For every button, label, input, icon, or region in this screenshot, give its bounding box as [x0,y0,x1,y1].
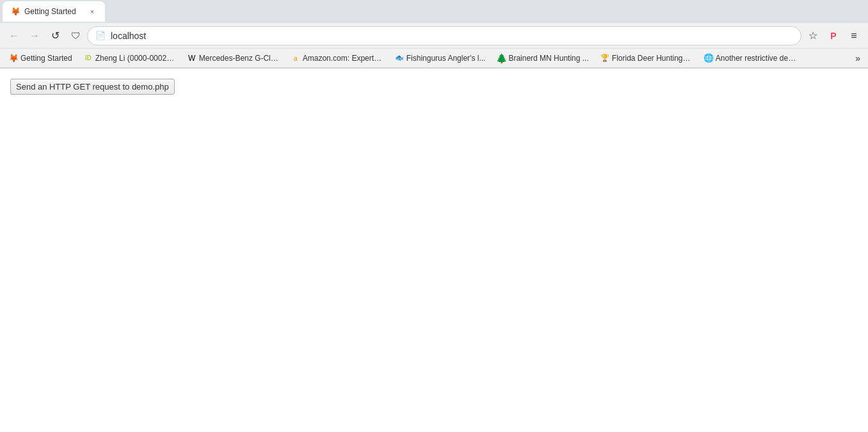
bookmark-favicon-florida-deer: 🏆 [600,54,609,63]
tab-label: Getting Started [24,7,83,16]
bookmark-item-zheng-li[interactable]: iD Zheng Li (0000-0002-3... [79,52,181,65]
bookmark-favicon-fishingurus: 🐟 [395,54,404,63]
bookmarks-bar: 🦊 Getting Started iD Zheng Li (0000-0002… [0,49,868,68]
bookmark-item-amazon[interactable]: a Amazon.com: ExpertP... [286,52,389,65]
bookmark-item-brainerd[interactable]: 🌲 Brainerd MN Hunting ... [492,52,593,65]
bookmark-favicon-zheng-li: iD [84,54,93,63]
tab-close-button[interactable]: × [87,6,97,17]
back-button[interactable]: ← [5,27,23,45]
bookmark-item-getting-started[interactable]: 🦊 Getting Started [4,52,77,65]
bookmark-item-another-restrictive[interactable]: 🌐 Another restrictive dee... [699,52,801,65]
tab-favicon: 🦊 [10,6,20,17]
bookmark-label-brainerd: Brainerd MN Hunting ... [508,54,588,63]
toolbar: ← → ↺ 🛡 📄 localhost ☆ P ≡ [0,23,868,49]
reload-button[interactable]: ↺ [46,27,64,45]
browser-chrome: 🦊 Getting Started × ← → ↺ 🛡 📄 localhost … [0,0,868,68]
pocket-button[interactable]: P [824,27,842,45]
menu-button[interactable]: ≡ [845,27,863,45]
address-text: localhost [111,31,793,41]
bookmark-label-zheng-li: Zheng Li (0000-0002-3... [95,54,176,63]
bookmark-item-mercedes[interactable]: W Mercedes-Benz G-Clas... [182,52,285,65]
page-content: Send an HTTP GET request to demo.php [0,68,868,432]
shield-icon: 🛡 [67,27,84,45]
bookmark-label-amazon: Amazon.com: ExpertP... [303,54,383,63]
bookmark-favicon-another-restrictive: 🌐 [704,54,713,63]
bookmark-favicon-mercedes: W [188,54,197,63]
bookmark-label-fishingurus: Fishingurus Angler's l... [406,54,486,63]
bookmark-label-another-restrictive: Another restrictive dee... [716,54,796,63]
bookmark-item-florida-deer[interactable]: 🏆 Florida Deer Hunting S... [595,52,698,65]
bookmark-favicon-brainerd: 🌲 [497,54,506,63]
tab-bar: 🦊 Getting Started × [0,0,868,23]
send-http-get-button[interactable]: Send an HTTP GET request to demo.php [10,79,175,95]
bookmark-label-getting-started: Getting Started [20,54,72,63]
address-bar[interactable]: 📄 localhost [87,26,801,45]
bookmark-favicon-amazon: a [291,54,300,63]
bookmark-item-fishingurus[interactable]: 🐟 Fishingurus Angler's l... [390,52,491,65]
bookmark-star-button[interactable]: ☆ [804,27,822,45]
page-icon: 📄 [95,31,106,40]
bookmark-label-florida-deer: Florida Deer Hunting S... [612,54,693,63]
bookmark-favicon-getting-started: 🦊 [9,54,18,63]
active-tab[interactable]: 🦊 Getting Started × [3,1,105,22]
bookmark-label-mercedes: Mercedes-Benz G-Clas... [199,54,280,63]
more-bookmarks-button[interactable]: » [851,51,864,65]
forward-button[interactable]: → [26,27,44,45]
